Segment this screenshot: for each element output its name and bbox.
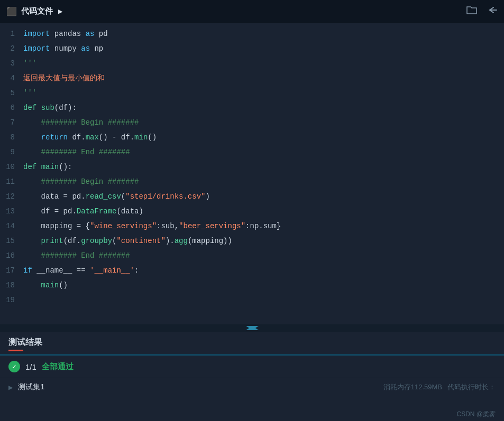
divider bbox=[0, 324, 504, 332]
test-results-title: 测试结果 bbox=[8, 338, 42, 347]
pass-fraction: 1/1 bbox=[25, 362, 36, 371]
title-bar: ⬛ 代码文件 ▶ bbox=[0, 0, 504, 23]
line-number: 16 bbox=[0, 248, 23, 263]
test-pass-row: ✓ 1/1 全部通过 bbox=[0, 355, 504, 378]
line-content: import pandas as pd bbox=[23, 26, 504, 41]
code-line: 6def sub(df): bbox=[0, 100, 504, 115]
code-line: 8 return df.max() - df.min() bbox=[0, 130, 504, 145]
code-line: 14 mapping = {"wine_servings":sub,"beer_… bbox=[0, 219, 504, 233]
code-line: 11 ######## Begin ####### bbox=[0, 174, 504, 189]
line-number: 11 bbox=[0, 174, 23, 189]
folder-button[interactable] bbox=[466, 5, 478, 17]
code-line: 18 main() bbox=[0, 278, 504, 293]
line-content: def sub(df): bbox=[23, 100, 504, 115]
line-content: if __name__ == '__main__': bbox=[23, 263, 504, 278]
test-item-name: 测试集1 bbox=[18, 382, 378, 392]
title-text: 代码文件 bbox=[21, 6, 53, 16]
pass-icon: ✓ bbox=[8, 361, 20, 372]
line-number: 1 bbox=[0, 26, 23, 41]
line-content: df = pd.DataFrame(data) bbox=[23, 204, 504, 219]
code-line: 1import pandas as pd bbox=[0, 26, 504, 41]
line-content: 返回最大值与最小值的和 bbox=[23, 71, 504, 86]
line-number: 7 bbox=[0, 115, 23, 130]
code-line: 4返回最大值与最小值的和 bbox=[0, 71, 504, 86]
title-arrow: ▶ bbox=[58, 7, 62, 16]
line-content: return df.max() - df.min() bbox=[23, 130, 504, 145]
play-button[interactable]: ▶ bbox=[8, 383, 13, 392]
test-memory-label: 消耗内存112.59MB bbox=[383, 382, 442, 392]
line-number: 8 bbox=[0, 130, 23, 145]
code-line: 16 ######## End ####### bbox=[0, 248, 504, 263]
line-content: ######## End ####### bbox=[23, 145, 504, 160]
line-number: 18 bbox=[0, 278, 23, 293]
code-editor: 1import pandas as pd2import numpy as np3… bbox=[0, 23, 504, 324]
line-number: 3 bbox=[0, 56, 23, 71]
code-line: 2import numpy as np bbox=[0, 41, 504, 56]
line-number: 13 bbox=[0, 204, 23, 219]
test-results-header: 测试结果 bbox=[0, 332, 504, 355]
footer-text: CSDN @柔雾 bbox=[456, 410, 496, 418]
title-bar-right bbox=[466, 5, 498, 17]
line-number: 9 bbox=[0, 145, 23, 160]
test-time-label: 代码执行时长： bbox=[447, 382, 496, 392]
line-content: def main(): bbox=[23, 160, 504, 174]
line-number: 6 bbox=[0, 100, 23, 115]
code-line: 10def main(): bbox=[0, 160, 504, 174]
code-line: 12 data = pd.read_csv("step1/drinks.csv"… bbox=[0, 189, 504, 204]
line-content: main() bbox=[23, 278, 504, 293]
code-line: 9 ######## End ####### bbox=[0, 145, 504, 160]
code-line: 17if __name__ == '__main__': bbox=[0, 263, 504, 278]
line-number: 10 bbox=[0, 160, 23, 174]
code-line: 7 ######## Begin ####### bbox=[0, 115, 504, 130]
code-lines: 1import pandas as pd2import numpy as np3… bbox=[0, 23, 504, 311]
line-number: 4 bbox=[0, 71, 23, 86]
line-number: 5 bbox=[0, 86, 23, 100]
pass-label: 全部通过 bbox=[42, 362, 74, 372]
footer: CSDN @柔雾 bbox=[0, 408, 504, 421]
line-number: 15 bbox=[0, 233, 23, 248]
code-line: 5''' bbox=[0, 86, 504, 100]
line-number: 19 bbox=[0, 293, 23, 307]
line-number: 14 bbox=[0, 219, 23, 233]
file-icon: ⬛ bbox=[6, 6, 17, 17]
code-line: 15 print(df.groupby("continent").agg(map… bbox=[0, 233, 504, 248]
line-number: 2 bbox=[0, 41, 23, 56]
line-content: ''' bbox=[23, 56, 504, 71]
line-content: data = pd.read_csv("step1/drinks.csv") bbox=[23, 189, 504, 204]
line-content: import numpy as np bbox=[23, 41, 504, 56]
line-number: 12 bbox=[0, 189, 23, 204]
line-content: print(df.groupby("continent").agg(mappin… bbox=[23, 233, 504, 248]
line-content: ''' bbox=[23, 86, 504, 100]
test-results-underline bbox=[8, 350, 23, 351]
line-content: ######## Begin ####### bbox=[23, 174, 504, 189]
line-content: ######## Begin ####### bbox=[23, 115, 504, 130]
line-number: 17 bbox=[0, 263, 23, 278]
code-line: 3''' bbox=[0, 56, 504, 71]
test-item-row: ▶ 测试集1 消耗内存112.59MB 代码执行时长： bbox=[0, 378, 504, 396]
title-bar-left: ⬛ 代码文件 ▶ bbox=[6, 6, 62, 17]
code-line: 19 bbox=[0, 293, 504, 307]
back-button[interactable] bbox=[486, 5, 498, 17]
code-line: 13 df = pd.DataFrame(data) bbox=[0, 204, 504, 219]
line-content: ######## End ####### bbox=[23, 248, 504, 263]
line-content: mapping = {"wine_servings":sub,"beer_ser… bbox=[23, 219, 504, 233]
bottom-panel: 测试结果 ✓ 1/1 全部通过 ▶ 测试集1 消耗内存112.59MB 代码执行… bbox=[0, 332, 504, 421]
scroll-handle[interactable] bbox=[242, 325, 263, 331]
